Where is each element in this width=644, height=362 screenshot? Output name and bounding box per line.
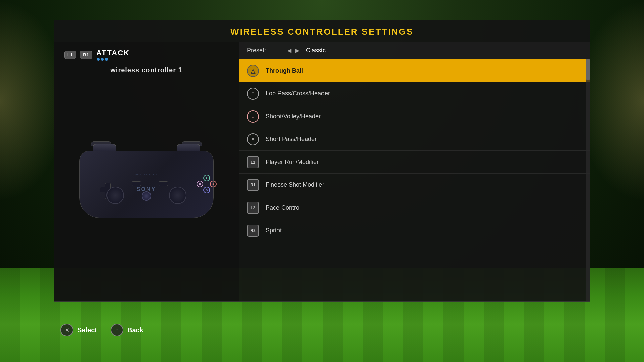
back-button-label: Back — [127, 326, 143, 334]
pace-control-icon: L2 — [247, 202, 259, 214]
l1-badge-label: L1 — [64, 51, 76, 59]
sprint-label: Sprint — [266, 227, 282, 234]
dot-1 — [97, 58, 100, 61]
pace-control-label: Pace Control — [266, 204, 301, 211]
list-item-shoot[interactable]: ○ Shoot/Volley/Header — [239, 105, 590, 128]
attack-header: L1 R1 ATTACK — [64, 49, 228, 61]
preset-arrows: ◀ ▶ — [286, 47, 301, 54]
main-panel: WIRELESS CONTROLLER SETTINGS L1 R1 ATTAC… — [54, 20, 590, 302]
start-btn — [159, 181, 168, 186]
list-item-lob-pass[interactable]: □ Lob Pass/Cross/Header — [239, 82, 590, 105]
short-pass-label: Short Pass/Header — [266, 136, 317, 143]
r1-badge-label: R1 — [80, 51, 92, 59]
controller-illustration: DUALSHOCK 3 SONY ▲ ■ ● ✕ — [73, 141, 220, 235]
controller-body: DUALSHOCK 3 SONY ▲ ■ ● ✕ — [79, 151, 214, 218]
shoot-icon: ○ — [247, 110, 259, 123]
select-btn — [132, 181, 141, 186]
through-ball-icon: △ — [247, 65, 259, 77]
circle-button: ● — [210, 181, 217, 187]
l1-shoulder — [93, 144, 116, 151]
r1-shoulder — [177, 144, 200, 151]
lob-pass-label: Lob Pass/Cross/Header — [266, 90, 330, 97]
left-analog-stick — [106, 187, 124, 204]
player-run-icon: L1 — [247, 156, 259, 168]
preset-row: Preset: ◀ ▶ Classic — [239, 42, 590, 59]
page-title: WIRELESS CONTROLLER SETTINGS — [230, 27, 414, 37]
lob-pass-icon: □ — [247, 88, 259, 100]
dualshock-text: DUALSHOCK 3 — [135, 173, 158, 176]
list-item-pace-control[interactable]: L2 Pace Control — [239, 196, 590, 219]
select-action[interactable]: ✕ Select — [60, 324, 97, 336]
list-item-sprint[interactable]: R2 Sprint — [239, 219, 590, 242]
triangle-button: ▲ — [203, 175, 210, 181]
right-analog-stick — [169, 187, 186, 204]
list-item-player-run[interactable]: L1 Player Run/Modifier — [239, 151, 590, 174]
preset-next-arrow[interactable]: ▶ — [294, 47, 301, 54]
preset-prev-arrow[interactable]: ◀ — [286, 47, 293, 54]
select-button-icon: ✕ — [60, 324, 73, 336]
back-action[interactable]: ○ Back — [111, 324, 143, 336]
controller-name: wireless controller 1 — [64, 66, 228, 74]
ps-button — [142, 191, 151, 201]
finesse-shot-icon: R1 — [247, 179, 259, 191]
content-area: L1 R1 ATTACK wireless controller 1 — [54, 42, 590, 301]
list-item-through-ball[interactable]: △ Through Ball — [239, 59, 590, 82]
controller-image-area: DUALSHOCK 3 SONY ▲ ■ ● ✕ — [64, 81, 228, 295]
preset-value: Classic — [306, 47, 326, 54]
select-button-label: Select — [77, 326, 97, 334]
title-bar: WIRELESS CONTROLLER SETTINGS — [54, 20, 590, 42]
dot-2 — [101, 58, 104, 61]
settings-list: △ Through Ball □ Lob Pass/Cross/Header ○… — [239, 59, 590, 301]
shoot-label: Shoot/Volley/Header — [266, 113, 321, 120]
attack-dots — [97, 58, 130, 61]
sprint-icon: R2 — [247, 225, 259, 237]
finesse-shot-label: Finesse Shot Modifier — [266, 181, 324, 188]
bottom-bar: ✕ Select ○ Back — [54, 318, 590, 342]
attack-label: ATTACK — [96, 49, 130, 57]
player-run-label: Player Run/Modifier — [266, 159, 319, 166]
square-button: ■ — [197, 181, 203, 187]
scrollbar-thumb[interactable] — [586, 59, 590, 80]
preset-label: Preset: — [247, 47, 281, 54]
list-item-finesse-shot[interactable]: R1 Finesse Shot Modifier — [239, 174, 590, 196]
back-button-icon: ○ — [111, 324, 123, 336]
left-panel: L1 R1 ATTACK wireless controller 1 — [54, 42, 239, 301]
through-ball-label: Through Ball — [266, 67, 303, 74]
dot-3 — [105, 58, 108, 61]
short-pass-icon: ✕ — [247, 133, 259, 145]
cross-button: ✕ — [203, 187, 210, 193]
list-item-short-pass[interactable]: ✕ Short Pass/Header — [239, 128, 590, 151]
scrollbar-track[interactable] — [586, 59, 590, 301]
right-panel: Preset: ◀ ▶ Classic △ Through Ball — [239, 42, 590, 301]
